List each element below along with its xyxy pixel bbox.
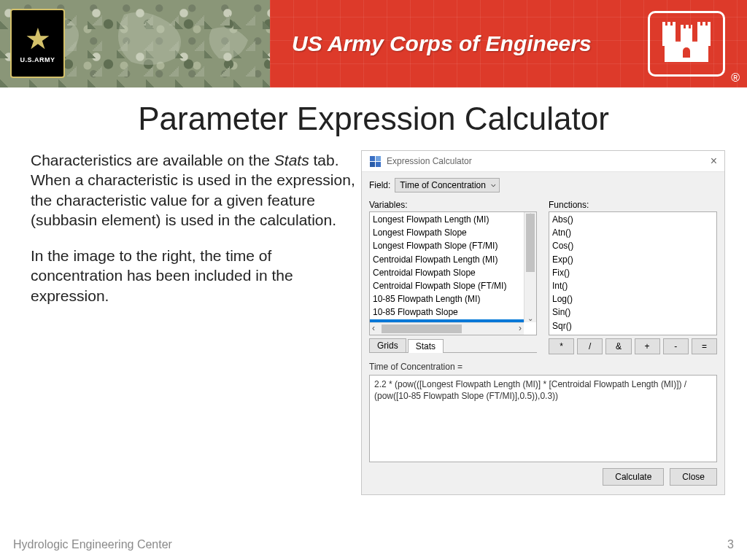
tab-stats[interactable]: Stats	[408, 339, 444, 353]
us-army-logo: ★ U.S.ARMY	[10, 9, 65, 78]
stats-word: Stats	[274, 152, 309, 168]
close-button[interactable]: Close	[670, 468, 717, 486]
dialog-title: Expression Calculator	[387, 156, 472, 166]
operator-button[interactable]: &	[605, 338, 631, 354]
banner-right: US Army Corps of Engineers ®	[270, 0, 747, 88]
operator-button[interactable]: -	[663, 338, 689, 354]
operator-button[interactable]: +	[635, 338, 660, 354]
paragraph-1: Characteristics are available on the Sta…	[31, 150, 355, 230]
function-item[interactable]: Int()	[549, 279, 716, 292]
function-item[interactable]: Fix()	[549, 266, 716, 279]
field-label: Field:	[369, 180, 390, 190]
variable-item[interactable]: Centroidal Flowpath Slope (FT/MI)	[370, 279, 524, 292]
functions-column: Functions: Abs()Atn()Cos()Exp()Fix()Int(…	[549, 197, 717, 354]
expression-textarea[interactable]: 2.2 * (pow(([Longest Flowpath Length (MI…	[369, 375, 717, 462]
variable-item[interactable]: Centroidal Flowpath Length (MI)	[370, 253, 524, 266]
function-item[interactable]: Sin()	[549, 306, 716, 319]
variables-label: Variables:	[369, 200, 537, 210]
vertical-scrollbar[interactable]	[524, 212, 536, 322]
field-select[interactable]: Time of Concentration	[395, 178, 500, 192]
variable-item[interactable]: Longest Flowpath Length (MI)	[370, 213, 524, 226]
description-text: Characteristics are available on the Sta…	[31, 150, 355, 495]
operator-button[interactable]: =	[692, 338, 717, 354]
page-number: 3	[727, 538, 734, 551]
variables-listbox[interactable]: Longest Flowpath Length (MI)Longest Flow…	[369, 211, 537, 335]
expression-label: Time of Concentration =	[369, 362, 717, 372]
operators-row: */&+-=	[549, 338, 717, 354]
function-item[interactable]: Atn()	[549, 226, 716, 239]
button-row: Calculate Close	[369, 462, 717, 489]
variables-column: Variables: Longest Flowpath Length (MI)L…	[369, 197, 537, 354]
tabs: Grids Stats	[369, 338, 537, 353]
footer: Hydrologic Engineering Center 3	[13, 538, 734, 551]
field-row: Field: Time of Concentration	[369, 178, 717, 192]
header-banner: ★ U.S.ARMY US Army Corps of Engineers ®	[0, 0, 747, 88]
operator-button[interactable]: *	[549, 338, 574, 354]
dialog-body: Field: Time of Concentration Variables: …	[362, 172, 724, 494]
footer-left: Hydrologic Engineering Center	[13, 538, 172, 551]
registered-mark: ®	[731, 71, 740, 85]
star-icon: ★	[25, 24, 51, 53]
army-label: U.S.ARMY	[20, 56, 55, 63]
banner-left: ★ U.S.ARMY	[0, 0, 270, 88]
castle-icon	[665, 26, 708, 62]
function-item[interactable]: Log()	[549, 292, 716, 306]
variable-item[interactable]: 10-85 Flowpath Slope	[370, 306, 524, 319]
variable-item[interactable]: Longest Flowpath Slope (FT/MI)	[370, 239, 524, 252]
function-item[interactable]: Abs()	[549, 213, 716, 226]
operator-button[interactable]: /	[577, 338, 603, 354]
function-item[interactable]: Tan()	[549, 332, 716, 335]
expression-calculator-dialog: Expression Calculator × Field: Time of C…	[361, 150, 725, 495]
app-icon	[369, 155, 381, 167]
variable-item[interactable]: 10-85 Flowpath Length (MI)	[370, 292, 524, 306]
horizontal-scrollbar[interactable]	[370, 322, 524, 335]
function-item[interactable]: Cos()	[549, 239, 716, 252]
content-area: Characteristics are available on the Sta…	[0, 137, 747, 495]
slide-title: Parameter Expression Calculator	[0, 101, 747, 137]
usace-castle-logo	[648, 11, 725, 77]
calculate-button[interactable]: Calculate	[603, 468, 664, 486]
paragraph-2: In the image to the right, the time of c…	[31, 246, 355, 306]
variable-item[interactable]: Longest Flowpath Slope	[370, 226, 524, 239]
close-icon[interactable]: ×	[711, 155, 717, 168]
function-item[interactable]: Sqr()	[549, 319, 716, 332]
function-item[interactable]: Exp()	[549, 253, 716, 266]
tab-grids[interactable]: Grids	[369, 338, 406, 352]
functions-label: Functions:	[549, 200, 717, 210]
dialog-titlebar: Expression Calculator ×	[362, 151, 724, 172]
functions-listbox[interactable]: Abs()Atn()Cos()Exp()Fix()Int()Log()Sin()…	[549, 211, 717, 335]
variable-item[interactable]: Centroidal Flowpath Slope	[370, 266, 524, 279]
banner-title: US Army Corps of Engineers	[292, 31, 592, 56]
